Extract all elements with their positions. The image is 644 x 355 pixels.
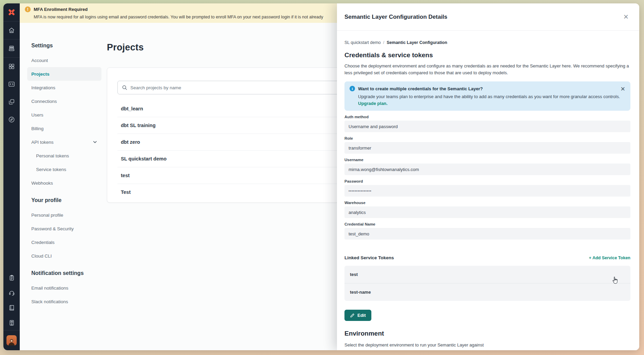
- field-auth-method: Auth method Username and password: [344, 115, 630, 132]
- sidebar-item-slack-notifications[interactable]: Slack notifications: [27, 295, 101, 308]
- duplicate-icon[interactable]: [3, 93, 20, 111]
- clipboard-icon[interactable]: [3, 270, 20, 285]
- environment-section-title: Environment: [344, 330, 630, 337]
- field-password: Password •••••••••••••••: [344, 179, 630, 197]
- sidebar-item-service-tokens[interactable]: Service tokens: [27, 163, 101, 176]
- semantic-layer-panel: Semantic Layer Configuration Details ✕ S…: [337, 3, 639, 350]
- settings-nav-title: Settings: [27, 43, 101, 49]
- develop-ide-icon[interactable]: [3, 75, 20, 93]
- auth-method-input[interactable]: Username and password: [344, 121, 630, 132]
- sidebar-item-credentials[interactable]: Credentials: [27, 235, 101, 249]
- sidebar-item-email-notifications[interactable]: Email notifications: [27, 281, 101, 295]
- sidebar-item-users[interactable]: Users: [27, 108, 101, 122]
- username-input[interactable]: mirna.wong@fishtownanalytics.com: [344, 164, 630, 175]
- sidebar-item-billing[interactable]: Billing: [27, 122, 101, 135]
- pencil-icon: [350, 313, 355, 318]
- upgrade-plan-link[interactable]: Upgrade plan.: [350, 101, 625, 106]
- user-avatar[interactable]: [3, 330, 20, 350]
- dbt-logo-icon[interactable]: [3, 3, 20, 21]
- notification-section-title: Notification settings: [27, 270, 101, 276]
- field-label: Username: [344, 158, 630, 162]
- sidebar-item-personal-tokens[interactable]: Personal tokens: [27, 149, 101, 163]
- breadcrumb-separator: /: [383, 40, 384, 45]
- sidebar-item-account[interactable]: Account: [27, 53, 101, 67]
- edit-button[interactable]: Edit: [344, 310, 371, 321]
- close-icon[interactable]: ✕: [622, 12, 630, 21]
- credential-name-input[interactable]: test_demo: [344, 228, 630, 240]
- panel-body: SL quickstart demo / Semantic Layer Conf…: [337, 31, 639, 350]
- sidebar-item-webhooks[interactable]: Webhooks: [27, 176, 101, 190]
- info-icon: i: [350, 86, 355, 91]
- icon-rail: [3, 3, 20, 350]
- info-close-icon[interactable]: ✕: [621, 86, 625, 93]
- field-label: Credential Name: [344, 222, 630, 226]
- sidebar-item-cloud-cli[interactable]: Cloud CLI: [27, 249, 101, 263]
- field-label: Password: [344, 179, 630, 183]
- home-icon[interactable]: [3, 21, 20, 39]
- sidebar-item-api-tokens[interactable]: API tokens: [27, 135, 101, 149]
- sidebar-item-password-security[interactable]: Password & Security: [27, 222, 101, 235]
- field-label: Auth method: [344, 115, 630, 119]
- service-token-row[interactable]: test: [344, 266, 630, 283]
- credentials-section-title: Credentials & service tokens: [344, 51, 630, 59]
- docs-book-icon[interactable]: [3, 300, 20, 315]
- app-window: ! MFA Enrollment Required MFA is now req…: [3, 3, 639, 350]
- sidebar-item-integrations[interactable]: Integrations: [27, 81, 101, 94]
- chevron-down-icon: [93, 140, 97, 144]
- service-tokens-list: test test-name: [344, 266, 630, 301]
- deploy-icon[interactable]: [3, 40, 20, 57]
- sidebar-item-projects[interactable]: Projects: [27, 67, 101, 81]
- breadcrumb: SL quickstart demo / Semantic Layer Conf…: [344, 40, 630, 45]
- explore-compass-icon[interactable]: [3, 111, 20, 128]
- linked-service-tokens-label: Linked Service Tokens: [344, 255, 394, 260]
- support-headset-icon[interactable]: [3, 285, 20, 300]
- panel-header: Semantic Layer Configuration Details ✕: [337, 3, 639, 31]
- field-credential-name: Credential Name test_demo: [344, 222, 630, 240]
- password-input[interactable]: •••••••••••••••: [344, 185, 630, 197]
- environment-section-description: Select the deployment environment to run…: [344, 342, 630, 348]
- breadcrumb-current: Semantic Layer Configuration: [387, 40, 447, 45]
- sidebar-item-personal-profile[interactable]: Personal profile: [27, 208, 101, 222]
- search-icon: [122, 85, 127, 90]
- info-banner-title: Want to create multiple credentials for …: [358, 86, 483, 91]
- role-input[interactable]: transformer: [344, 142, 630, 154]
- field-label: Role: [344, 136, 630, 140]
- breadcrumb-parent[interactable]: SL quickstart demo: [344, 40, 381, 45]
- profile-section-title: Your profile: [27, 197, 101, 203]
- sidebar-item-connections[interactable]: Connections: [27, 94, 101, 108]
- service-token-row[interactable]: test-name: [344, 283, 630, 301]
- upgrade-info-banner: i Want to create multiple credentials fo…: [344, 81, 630, 111]
- add-service-token-button[interactable]: + Add Service Token: [589, 256, 630, 260]
- settings-nav: Settings Account Projects Integrations C…: [27, 23, 101, 350]
- warning-icon: !: [25, 6, 31, 12]
- organization-building-icon[interactable]: [3, 315, 20, 330]
- apps-grid-icon[interactable]: [3, 58, 20, 75]
- info-banner-body: Upgrade your teams plan to enterprise an…: [350, 94, 625, 100]
- field-warehouse: Warehouse analytics: [344, 201, 630, 218]
- panel-title: Semantic Layer Configuration Details: [344, 14, 447, 20]
- field-role: Role transformer: [344, 136, 630, 154]
- field-label: Warehouse: [344, 201, 630, 205]
- credentials-section-description: Choose the deployment environment and co…: [344, 63, 630, 76]
- warehouse-input[interactable]: analytics: [344, 206, 630, 218]
- mfa-banner-title: MFA Enrollment Required: [34, 7, 87, 12]
- field-username: Username mirna.wong@fishtownanalytics.co…: [344, 158, 630, 175]
